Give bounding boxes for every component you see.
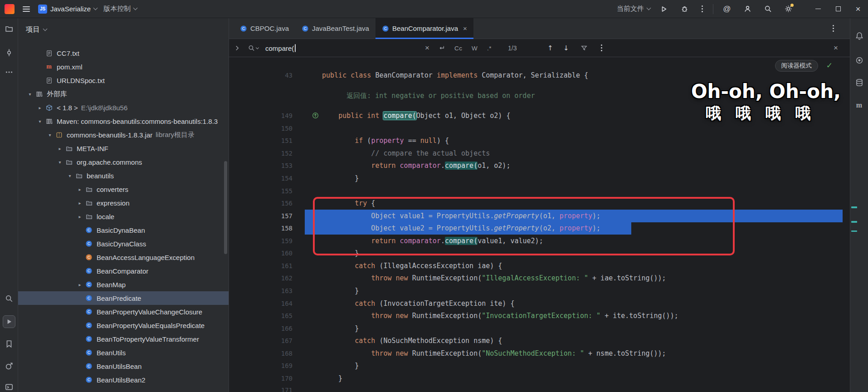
tree-item-basicdynabean[interactable]: CBasicDynaBean xyxy=(18,223,229,237)
chevron-down-icon[interactable]: ▾ xyxy=(65,173,74,178)
debug-button[interactable] xyxy=(678,2,691,16)
error-stripe-mark[interactable] xyxy=(851,230,857,232)
line-number[interactable]: 152 xyxy=(229,147,293,160)
code-line[interactable]: 151 if (property == null) { xyxy=(229,134,850,147)
line-number[interactable]: 164 xyxy=(229,297,293,310)
tree-item-beanmap[interactable]: ▸CBeanMap xyxy=(18,278,229,291)
line-number[interactable]: 162 xyxy=(229,272,293,284)
code-text[interactable]: throw new RuntimeException("NoSuchMethod… xyxy=(322,347,666,360)
tree-item-beanutils[interactable]: ▾beanutils xyxy=(18,169,229,182)
close-tab-icon[interactable]: × xyxy=(463,24,467,32)
line-number[interactable]: 168 xyxy=(229,347,293,360)
search-icon[interactable] xyxy=(3,292,15,305)
code-line[interactable]: 153 return comparator.compare(o1, o2); xyxy=(229,159,850,172)
chevron-down-icon[interactable]: ▾ xyxy=(25,92,34,97)
words-toggle[interactable]: W xyxy=(472,44,478,51)
newline-icon[interactable] xyxy=(439,45,445,51)
line-number[interactable]: 156 xyxy=(229,197,293,210)
line-number[interactable]: 158 xyxy=(229,222,293,235)
tree-item-beanutils[interactable]: CBeanUtils xyxy=(18,346,229,359)
inspections-ok-icon[interactable]: ✓ xyxy=(826,61,833,70)
code-with-me-icon[interactable]: @ xyxy=(720,2,734,16)
code-text[interactable]: throw new RuntimeException("InvocationTa… xyxy=(322,309,678,322)
line-number[interactable]: 157 xyxy=(229,210,293,222)
terminal-icon[interactable] xyxy=(3,381,15,392)
line-number[interactable]: 171 xyxy=(229,384,293,392)
tree-item-beanutilsbean[interactable]: CBeanUtilsBean xyxy=(18,359,229,373)
line-number[interactable]: 169 xyxy=(229,359,293,372)
code-text[interactable]: catch (InvocationTargetException ite) { xyxy=(322,297,514,310)
line-number[interactable]: 165 xyxy=(229,309,293,322)
code-text[interactable]: public int compare(Object o1, Object o2)… xyxy=(322,109,510,122)
filter-icon[interactable] xyxy=(581,45,587,51)
tab-javabeantest-java[interactable]: CJavaBeanTest.java xyxy=(295,18,375,39)
line-number[interactable]: 150 xyxy=(229,122,293,135)
line-number[interactable]: 167 xyxy=(229,334,293,347)
more-actions-icon[interactable] xyxy=(698,5,706,13)
code-text[interactable]: } xyxy=(322,322,359,335)
line-number[interactable]: 160 xyxy=(229,247,293,260)
code-line[interactable]: 43public class BeanComparator implements… xyxy=(229,69,850,82)
chevron-right-icon[interactable]: ▸ xyxy=(75,214,84,219)
window-maximize-button[interactable] xyxy=(828,0,848,18)
code-line[interactable]: 167 catch (NoSuchMethodException nsme) { xyxy=(229,334,850,347)
line-number[interactable]: 170 xyxy=(229,372,293,385)
tree-item-converters[interactable]: ▸converters xyxy=(18,182,229,196)
run-config-selector[interactable]: 当前文件 xyxy=(617,5,650,13)
code-line[interactable]: 162 throw new RuntimeException("IllegalA… xyxy=(229,272,850,284)
find-more-options-icon[interactable] xyxy=(597,44,605,52)
vcs-widget[interactable]: 版本控制 xyxy=(103,5,137,13)
code-text[interactable]: 返回值: int negative or positive based on o… xyxy=(322,89,535,102)
code-line[interactable]: 168 throw new RuntimeException("NoSuchMe… xyxy=(229,347,850,360)
next-match-icon[interactable]: ↓ xyxy=(563,44,569,52)
services-icon[interactable] xyxy=(3,360,15,372)
line-number[interactable]: 159 xyxy=(229,235,293,247)
tree-item-commons-beanutils-1-8-3-jar[interactable]: ▾commons-beanutils-1.8.3.jarlibrary根目录 xyxy=(18,128,229,142)
code-text[interactable]: // compare the actual objects xyxy=(322,147,490,160)
settings-gear-icon[interactable] xyxy=(781,2,795,16)
tree-item-1-8[interactable]: ▸< 1.8 >E:\jdk8\jdk8u56 xyxy=(18,101,229,114)
tab-beancomparator-java[interactable]: CBeanComparator.java× xyxy=(375,18,473,39)
line-number[interactable]: 154 xyxy=(229,172,293,185)
tree-item-beanutilsbean2[interactable]: CBeanUtilsBean2 xyxy=(18,373,229,387)
tree-item-beanpredicate[interactable]: CBeanPredicate xyxy=(18,291,229,305)
run-icon[interactable] xyxy=(3,315,15,328)
tree-item-cc7-txt[interactable]: CC7.txt xyxy=(18,46,229,60)
code-line[interactable]: 152 // compare the actual objects xyxy=(229,147,850,160)
code-text[interactable]: } xyxy=(322,172,359,185)
tree-item-meta-inf[interactable]: ▸META-INF xyxy=(18,142,229,155)
project-folder-icon[interactable] xyxy=(3,22,15,35)
code-line[interactable]: 155 xyxy=(229,185,850,197)
notifications-icon[interactable] xyxy=(853,29,866,42)
regex-toggle[interactable]: .* xyxy=(487,44,492,51)
ai-assistant-icon[interactable] xyxy=(853,54,866,67)
user-profile-icon[interactable] xyxy=(741,2,754,16)
tree-item-[interactable]: ▾外部库 xyxy=(18,87,229,101)
line-number[interactable]: 43 xyxy=(229,69,293,82)
find-input[interactable]: compare( xyxy=(265,44,296,52)
code-text[interactable]: } xyxy=(322,359,359,372)
code-line[interactable]: 163 } xyxy=(229,284,850,297)
tree-item-urldnspoc-txt[interactable]: URLDNSpoc.txt xyxy=(18,74,229,87)
tab-cbpoc-java[interactable]: CCBPOC.java xyxy=(234,18,295,39)
chevron-down-icon[interactable]: ▾ xyxy=(45,132,54,137)
code-line[interactable]: 170 } xyxy=(229,372,850,385)
chevron-right-icon[interactable]: ▸ xyxy=(75,201,84,206)
line-number[interactable]: 155 xyxy=(229,185,293,197)
code-text[interactable]: } xyxy=(322,284,359,297)
code-line[interactable]: 154 } xyxy=(229,172,850,185)
commit-icon[interactable] xyxy=(3,46,15,59)
code-text[interactable]: if (property == null) { xyxy=(322,134,449,147)
reader-mode-button[interactable]: 阅读器模式 xyxy=(775,60,819,72)
match-case-toggle[interactable]: Cc xyxy=(454,44,463,51)
implements-gutter-icon[interactable] xyxy=(312,112,319,119)
project-widget[interactable]: JS JavaSerialize xyxy=(38,5,97,14)
window-minimize-button[interactable] xyxy=(808,0,828,18)
search-icon[interactable] xyxy=(761,2,775,16)
project-panel-header[interactable]: 项目 xyxy=(18,18,229,34)
database-icon[interactable] xyxy=(853,76,866,89)
code-line[interactable]: 164 catch (InvocationTargetException ite… xyxy=(229,297,850,310)
previous-match-icon[interactable]: ↑ xyxy=(547,44,553,52)
chevron-right-icon[interactable]: ▸ xyxy=(55,146,64,151)
chevron-right-icon[interactable]: ▸ xyxy=(75,187,84,192)
